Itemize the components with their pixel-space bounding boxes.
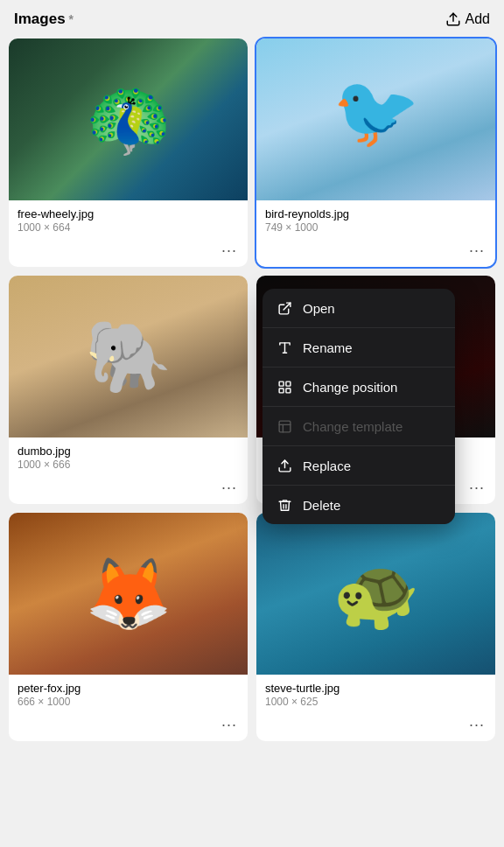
header-title: Images * [14,10,74,28]
change-template-label: Change template [303,419,402,434]
card-menu-peacock: ··· [9,237,248,267]
title-text: Images [14,10,66,28]
title-asterisk: * [69,12,74,26]
context-menu-item-rename[interactable]: Rename [262,328,455,368]
card-menu-fox: ··· [9,711,248,741]
image-card-peacock: free-wheely.jpg 1000 × 664 ··· [9,38,248,267]
card-size-fox: 666 × 1000 [18,696,239,708]
card-menu-elephant: ··· [9,474,248,504]
dots-menu-bird[interactable]: ··· [466,241,488,260]
card-info-fox: peter-fox.jpg 666 × 1000 [9,675,248,711]
page-container: Images * Add free-wheely.jpg 1000 × 664 … [0,0,504,750]
image-bird[interactable] [256,38,495,200]
card-size-turtle: 1000 × 625 [265,696,486,708]
card-filename-elephant: dumbo.jpg [18,444,239,458]
image-card-bird: bird-reynolds.jpg 749 × 1000 ··· [256,38,495,267]
card-menu-turtle: ··· [256,711,495,741]
image-card-fox: peter-fox.jpg 666 × 1000 ··· [9,513,248,741]
svg-rect-12 [279,421,290,432]
context-menu-item-delete[interactable]: Delete [262,486,455,524]
image-turtle[interactable] [256,513,495,675]
image-elephant[interactable] [9,276,248,438]
context-menu-item-replace[interactable]: Replace [262,446,455,486]
open-icon [276,300,292,316]
card-menu-bird: ··· [256,237,495,267]
change-position-label: Change position [303,380,397,395]
svg-rect-9 [285,382,290,386]
card-filename-fox: peter-fox.jpg [18,682,239,695]
change-template-icon [276,418,292,434]
dots-menu-turtle[interactable]: ··· [466,715,488,734]
context-menu-item-change-position[interactable]: Change position [262,368,455,407]
context-menu-item-change-template: Change template [262,407,455,446]
card-info-peacock: free-wheely.jpg 1000 × 664 [9,200,248,237]
dots-menu-elephant[interactable]: ··· [218,478,241,497]
replace-label: Replace [303,458,351,473]
upload-icon [445,11,461,27]
card-size-elephant: 1000 × 666 [18,458,239,471]
card-filename-bird: bird-reynolds.jpg [265,207,486,220]
context-menu-item-open[interactable]: Open [262,289,455,328]
svg-rect-8 [279,382,284,386]
delete-label: Delete [303,498,340,513]
dots-menu-fox[interactable]: ··· [218,715,241,734]
image-fox[interactable] [9,513,248,675]
svg-line-5 [284,303,290,310]
rename-icon [276,340,292,355]
header: Images * Add [0,0,504,38]
card-filename-peacock: free-wheely.jpg [18,207,239,220]
change-position-icon [276,379,292,395]
delete-icon [276,497,292,513]
rename-label: Rename [303,340,353,355]
card-size-bird: 749 × 1000 [265,221,486,234]
card-size-peacock: 1000 × 664 [18,221,239,234]
svg-rect-11 [285,388,290,392]
card-info-elephant: dumbo.jpg 1000 × 666 [9,438,248,474]
image-peacock[interactable] [9,38,248,200]
card-info-turtle: steve-turtle.jpg 1000 × 625 [256,675,495,711]
add-button[interactable]: Add [445,11,490,27]
card-info-bird: bird-reynolds.jpg 749 × 1000 [256,200,495,237]
svg-rect-10 [279,388,284,392]
dots-menu-peacock[interactable]: ··· [218,241,241,260]
image-card-elephant: dumbo.jpg 1000 × 666 ··· [9,276,248,504]
add-label: Add [466,11,490,27]
context-menu: Open Rename Cha [262,289,455,524]
image-card-turtle: steve-turtle.jpg 1000 × 625 ··· [256,513,495,741]
card-filename-turtle: steve-turtle.jpg [265,682,486,695]
dots-menu-fish[interactable]: ··· [466,478,488,497]
open-label: Open [303,301,335,316]
replace-icon [276,458,292,473]
